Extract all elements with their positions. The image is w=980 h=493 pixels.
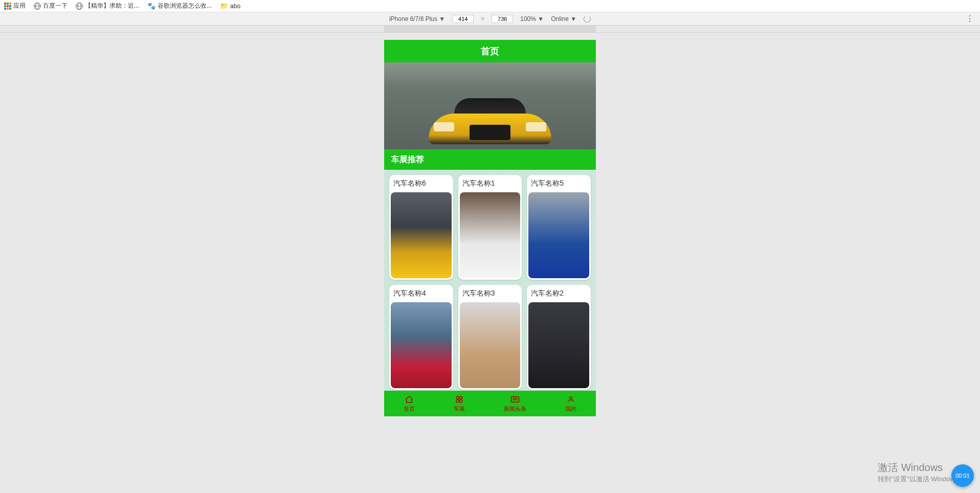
globe-icon bbox=[76, 3, 83, 10]
nav-car-show[interactable]: 车展 bbox=[454, 395, 465, 413]
grid-icon bbox=[455, 395, 464, 404]
user-icon bbox=[566, 395, 575, 404]
car-card-title: 汽车名称5 bbox=[527, 175, 591, 192]
timer-badge[interactable]: 00:01 bbox=[951, 464, 974, 487]
svg-point-1 bbox=[460, 396, 462, 399]
car-card[interactable]: 汽车名称4 bbox=[389, 285, 453, 390]
svg-point-7 bbox=[569, 396, 572, 399]
nav-car-show-label: 车展 bbox=[454, 405, 465, 413]
bookmark-google-fav-label: 谷歌浏览器怎么收... bbox=[158, 2, 212, 10]
car-card-image bbox=[528, 302, 589, 388]
car-card-title: 汽车名称2 bbox=[527, 285, 591, 302]
car-card[interactable]: 汽车名称6 bbox=[389, 175, 453, 280]
car-card[interactable]: 汽车名称5 bbox=[527, 175, 591, 280]
hero-banner[interactable] bbox=[384, 62, 596, 149]
devtools-ruler bbox=[0, 26, 980, 33]
apps-grid-icon bbox=[4, 3, 11, 10]
car-card-image bbox=[528, 192, 589, 278]
dimension-separator: × bbox=[481, 15, 484, 23]
section-title-text: 车展推荐 bbox=[391, 154, 424, 165]
devtools-menu-icon[interactable]: ⋮ bbox=[966, 14, 974, 24]
bookmark-abo-label: abo bbox=[230, 3, 240, 10]
nav-mine[interactable]: 我的 bbox=[565, 395, 576, 413]
paw-icon: 🐾 bbox=[147, 2, 155, 10]
nav-news-label: 新闻头条 bbox=[504, 405, 526, 413]
car-card-title: 汽车名称6 bbox=[389, 175, 453, 192]
device-preview-area: 首页 车展推荐 汽车名称6 汽车名称1 bbox=[0, 33, 980, 493]
bookmark-baidu-label: 百度一下 bbox=[43, 2, 68, 10]
car-card-image bbox=[391, 302, 452, 388]
news-icon bbox=[510, 395, 520, 404]
timer-value: 00:01 bbox=[955, 473, 970, 479]
app-header: 首页 bbox=[384, 40, 596, 62]
car-card-title: 汽车名称1 bbox=[458, 175, 522, 192]
home-icon bbox=[405, 395, 414, 404]
bookmark-google-fav[interactable]: 🐾 谷歌浏览器怎么收... bbox=[147, 2, 212, 10]
app-header-title: 首页 bbox=[481, 45, 499, 57]
car-card-image bbox=[391, 192, 452, 278]
height-input[interactable] bbox=[492, 15, 513, 23]
device-frame: 首页 车展推荐 汽车名称6 汽车名称1 bbox=[384, 40, 596, 416]
rotate-icon[interactable] bbox=[584, 15, 591, 23]
bookmark-apps[interactable]: 应用 bbox=[4, 2, 26, 10]
bookmark-abo[interactable]: 📁 abo bbox=[220, 2, 240, 10]
svg-point-3 bbox=[460, 399, 462, 402]
car-card-image bbox=[460, 192, 521, 278]
car-card[interactable]: 汽车名称1 bbox=[458, 175, 522, 280]
section-title-bar: 车展推荐 bbox=[384, 149, 596, 170]
car-card[interactable]: 汽车名称2 bbox=[527, 285, 591, 390]
car-card-image bbox=[460, 302, 521, 388]
devtools-device-toolbar: iPhone 6/7/8 Plus ▼ × 100% ▼ Online ▼ ⋮ bbox=[0, 12, 980, 26]
bookmark-apps-label: 应用 bbox=[13, 2, 26, 10]
bottom-nav: 首页 车展 新闻头条 我的 bbox=[384, 391, 596, 416]
car-card[interactable]: 汽车名称3 bbox=[458, 285, 522, 390]
zoom-selector[interactable]: 100% ▼ bbox=[520, 15, 544, 23]
svg-point-2 bbox=[456, 399, 459, 402]
bookmark-help[interactable]: 【稿华】求助：近... bbox=[76, 2, 139, 10]
bookmark-baidu[interactable]: 百度一下 bbox=[34, 2, 68, 10]
bookmark-help-label: 【稿华】求助：近... bbox=[85, 2, 139, 10]
nav-news[interactable]: 新闻头条 bbox=[504, 395, 526, 413]
car-card-title: 汽车名称4 bbox=[389, 285, 453, 302]
car-card-grid: 汽车名称6 汽车名称1 汽车名称5 汽车名称4 汽车名称3 汽车名称2 bbox=[384, 170, 596, 395]
globe-icon bbox=[34, 3, 41, 10]
network-selector[interactable]: Online ▼ bbox=[551, 15, 576, 23]
hero-car-image bbox=[418, 88, 562, 149]
nav-home-label: 首页 bbox=[404, 405, 415, 413]
bookmarks-bar: 应用 百度一下 【稿华】求助：近... 🐾 谷歌浏览器怎么收... 📁 abo bbox=[0, 0, 980, 12]
nav-mine-label: 我的 bbox=[565, 405, 576, 413]
svg-point-0 bbox=[456, 396, 459, 399]
car-card-title: 汽车名称3 bbox=[458, 285, 522, 302]
device-selector[interactable]: iPhone 6/7/8 Plus ▼ bbox=[389, 15, 445, 23]
width-input[interactable] bbox=[452, 15, 474, 23]
nav-home[interactable]: 首页 bbox=[404, 395, 415, 413]
folder-icon: 📁 bbox=[220, 2, 228, 10]
